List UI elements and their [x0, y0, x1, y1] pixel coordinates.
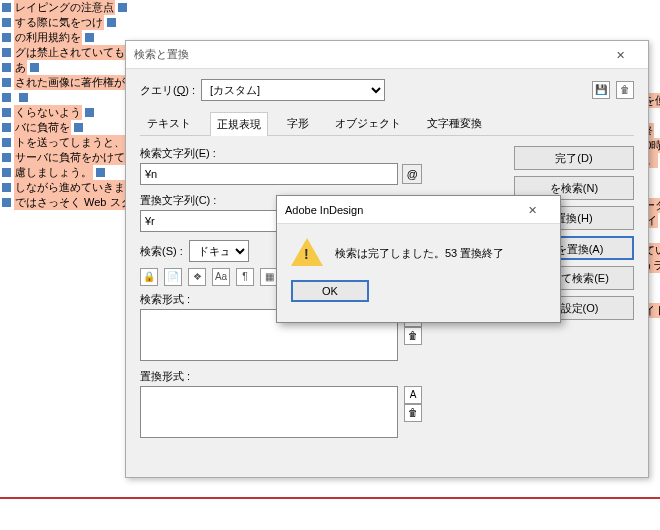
replace-format-label: 置換形式 : [140, 369, 504, 384]
find-format-clear-icon[interactable]: 🗑 [404, 327, 422, 345]
tab-2[interactable]: 字形 [280, 111, 316, 135]
special-char-icon[interactable]: @ [402, 164, 422, 184]
bg-text-line: する際に気をつけ [0, 15, 330, 30]
opt-icon-3[interactable]: ❖ [188, 268, 206, 286]
tab-3[interactable]: オブジェクト [328, 111, 408, 135]
dialog-title: 検索と置換 [134, 47, 189, 62]
tab-0[interactable]: テキスト [140, 111, 198, 135]
opt-icon-5[interactable]: ¶ [236, 268, 254, 286]
message-text: 検索は完了しました。53 置換終了 [335, 238, 504, 261]
warning-icon [291, 238, 323, 266]
find-input[interactable] [140, 163, 398, 185]
message-dialog: Adobe InDesign ✕ 検索は完了しました。53 置換終了 OK [276, 195, 561, 323]
message-close-icon[interactable]: ✕ [512, 199, 552, 221]
page-rule [0, 497, 660, 499]
search-scope-select[interactable]: ドキュ [189, 240, 249, 262]
ok-button[interactable]: OK [291, 280, 369, 302]
done-button[interactable]: 完了(D) [514, 146, 634, 170]
message-title: Adobe InDesign [285, 204, 363, 216]
dialog-titlebar: 検索と置換 ✕ [126, 41, 648, 69]
delete-query-icon[interactable]: 🗑 [616, 81, 634, 99]
replace-format-clear-icon[interactable]: 🗑 [404, 404, 422, 422]
tabs: テキスト正規表現字形オブジェクト文字種変換 [140, 111, 634, 136]
query-select[interactable]: [カスタム] [201, 79, 385, 101]
bg-text-line: レイピングの注意点 [0, 0, 330, 15]
query-label: クエリ(Q) : [140, 83, 195, 98]
replace-format-specify-icon[interactable]: A [404, 386, 422, 404]
search-scope-label: 検索(S) : [140, 244, 183, 259]
replace-format-box[interactable] [140, 386, 398, 438]
opt-icon-2[interactable]: 📄 [164, 268, 182, 286]
opt-icon-1[interactable]: 🔒 [140, 268, 158, 286]
find-label: 検索文字列(E) : [140, 146, 504, 161]
save-query-icon[interactable]: 💾 [592, 81, 610, 99]
tab-4[interactable]: 文字種変換 [420, 111, 489, 135]
close-icon[interactable]: ✕ [600, 44, 640, 66]
opt-icon-4[interactable]: Aa [212, 268, 230, 286]
tab-1[interactable]: 正規表現 [210, 112, 268, 136]
